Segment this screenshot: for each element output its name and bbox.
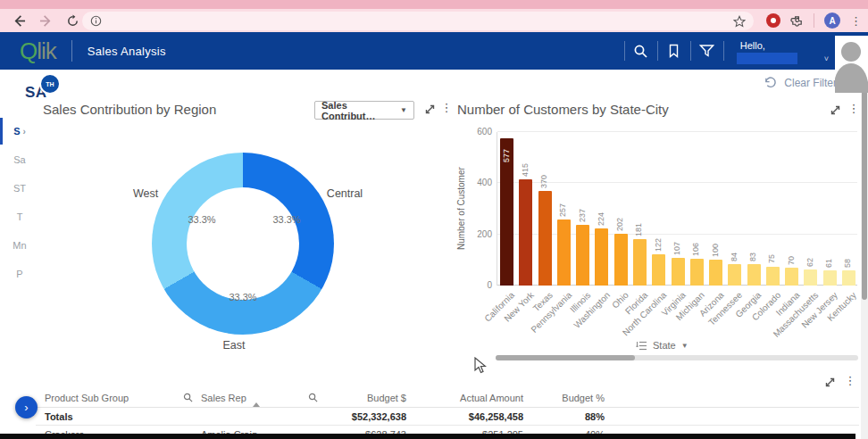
greeting: Hello,: [740, 40, 765, 51]
bar-florida[interactable]: [633, 239, 647, 286]
sort-asc-icon[interactable]: [253, 402, 260, 407]
bar-illinois[interactable]: [576, 225, 589, 286]
state-dimension-select[interactable]: State ▼: [636, 340, 689, 351]
bottom-black-bar: [0, 434, 855, 439]
col-actual-amount[interactable]: Actual Amount: [406, 393, 523, 403]
kebab-menu-icon[interactable]: ⋮: [440, 102, 453, 114]
bar-value-label: 202: [615, 218, 624, 231]
kebab-menu-icon[interactable]: ⋮: [844, 375, 856, 387]
search-icon[interactable]: [625, 32, 657, 70]
sidebar-item-p[interactable]: P: [0, 260, 39, 288]
donut-panel: Sales Contribution by Region Sales Contr…: [36, 98, 451, 359]
donut-hole: [187, 187, 299, 300]
bar-value-label: 84: [730, 253, 739, 261]
chevron-down-icon[interactable]: ˅: [824, 38, 829, 63]
forward-icon[interactable]: [39, 14, 53, 28]
user-badge[interactable]: TH: [39, 73, 61, 95]
col-product-sub-group[interactable]: Product Sub Group: [36, 393, 183, 403]
slice-label-east: East: [222, 339, 245, 352]
bar-value-label: 122: [654, 238, 663, 252]
caret-down-icon: ▼: [400, 106, 407, 114]
qlik-logo[interactable]: Qlik: [20, 39, 56, 62]
table-panel: ⋮ Product Sub Group Sales Rep Budget $ A…: [36, 375, 859, 439]
table-row[interactable]: Totals$52,332,638$46,258,45888%: [36, 408, 859, 426]
v-scrollbar[interactable]: [861, 70, 868, 439]
bar-kentucky[interactable]: [842, 270, 855, 286]
drill-icon: [636, 341, 647, 351]
bar-virginia[interactable]: [672, 258, 685, 286]
y-axis-title: Number of Customer: [454, 132, 468, 286]
back-icon[interactable]: [13, 14, 26, 28]
bar-michigan[interactable]: [690, 259, 704, 286]
puzzle-icon[interactable]: [790, 14, 804, 28]
chart-selector[interactable]: Sales Contribut… ▼: [314, 101, 414, 120]
bar-value-label: 181: [634, 223, 643, 236]
user-name-redacted: [737, 53, 797, 64]
user-menu[interactable]: Hello,: [737, 32, 822, 70]
filter-icon[interactable]: [691, 32, 723, 70]
address-bar[interactable]: [82, 12, 754, 30]
kebab-menu-icon[interactable]: ⋮: [847, 103, 860, 115]
bar-massachusetts[interactable]: [804, 269, 817, 286]
bar-colorado[interactable]: [766, 267, 780, 286]
bar-tennessee[interactable]: [728, 264, 741, 286]
bar-washington[interactable]: [595, 228, 608, 286]
slice-label-central: Central: [327, 187, 363, 200]
bar-value-label: 58: [843, 259, 852, 268]
bar-arizona[interactable]: [709, 260, 722, 286]
slice-pct-central: 33.3%: [272, 214, 300, 225]
expand-sidebar-fab[interactable]: ›: [15, 396, 38, 418]
reload-icon[interactable]: [66, 14, 79, 28]
bar-value-label: 224: [597, 212, 605, 226]
slice-pct-west: 33.3%: [188, 214, 215, 225]
sidebar-nav: S›SaSTTMnP: [0, 117, 39, 288]
bar-ohio[interactable]: [614, 234, 628, 286]
bar-value-label: 61: [824, 259, 833, 268]
bar-value-label: 106: [691, 243, 700, 256]
bar-value-label: 415: [521, 163, 530, 177]
expand-icon[interactable]: [423, 103, 437, 116]
user-avatar[interactable]: [835, 36, 868, 93]
bookmark-icon[interactable]: [658, 32, 690, 70]
panel-title: Sales Contribution by Region: [43, 102, 216, 117]
expand-icon[interactable]: [829, 104, 842, 117]
expand-icon[interactable]: [823, 376, 837, 389]
info-icon[interactable]: [90, 15, 102, 27]
bar-georgia[interactable]: [747, 264, 761, 286]
star-icon[interactable]: [733, 15, 746, 28]
extension-badge-icon[interactable]: [766, 13, 780, 28]
sidebar-item-sa[interactable]: Sa: [0, 145, 39, 174]
y-tick-label: 0: [465, 280, 492, 290]
v-scrollbar-thumb[interactable]: [862, 77, 867, 300]
sidebar-item-s[interactable]: S›: [0, 117, 39, 145]
bar-value-label: 237: [578, 209, 587, 222]
sidebar-item-t[interactable]: T: [0, 203, 39, 231]
caret-down-icon: ▼: [681, 342, 689, 350]
donut-chart: [152, 153, 334, 335]
h-scrollbar-thumb[interactable]: [496, 355, 635, 360]
bar-value-label: 257: [558, 203, 567, 217]
clear-filter-button[interactable]: Clear Filter: [784, 77, 837, 89]
search-icon[interactable]: [308, 393, 326, 404]
bar-texas[interactable]: [538, 191, 552, 286]
col-budget[interactable]: Budget $: [326, 393, 406, 403]
y-tick-label: 600: [465, 127, 492, 137]
browser-menu-icon[interactable]: ⋮: [850, 15, 861, 27]
bar-pennsylvania[interactable]: [557, 220, 571, 286]
browser-actions: A ⋮: [766, 12, 861, 29]
undo-icon[interactable]: [764, 76, 777, 89]
bar-new-jersey[interactable]: [823, 270, 837, 286]
col-budget-pct[interactable]: Budget %: [523, 393, 605, 403]
h-scrollbar[interactable]: [496, 355, 858, 360]
bar-value-label: 70: [787, 256, 796, 265]
bar-indiana[interactable]: [785, 268, 798, 286]
qlik-navbar: Qlik Sales Analysis Hello, ˅: [0, 32, 868, 70]
sidebar-item-mn[interactable]: Mn: [0, 231, 39, 260]
divider: [723, 41, 724, 61]
bar-north-carolina[interactable]: [652, 254, 665, 286]
gridline: [497, 131, 857, 132]
sidebar-item-st[interactable]: ST: [0, 174, 39, 203]
search-icon[interactable]: [183, 393, 201, 404]
browser-avatar[interactable]: A: [824, 12, 840, 29]
bar-new-york[interactable]: [519, 179, 532, 286]
